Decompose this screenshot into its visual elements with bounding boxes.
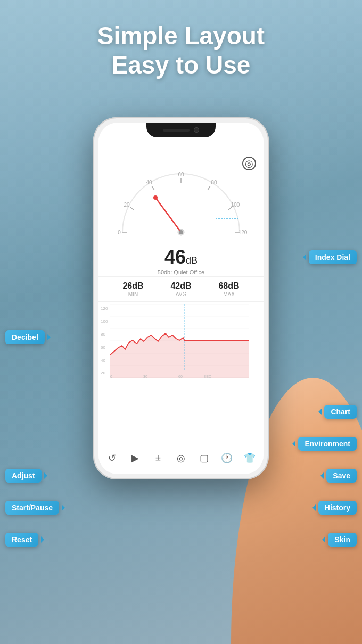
stat-max-label: MAX	[218, 291, 239, 297]
stat-min-label: MIN	[122, 291, 143, 297]
svg-text:60: 60	[178, 172, 184, 177]
svg-text:30: 30	[143, 374, 147, 378]
svg-text:40: 40	[146, 180, 152, 185]
y-label-120: 120	[101, 306, 108, 311]
history-button[interactable]: 🕐	[218, 450, 235, 467]
toolbar: ↺ ▶ ± ◎ ▢ 🕐 👕	[98, 445, 264, 474]
decibel-section: 46dB 50db: Quiet Office	[98, 244, 264, 276]
annotation-chart: Chart	[324, 405, 357, 419]
phone-notch	[146, 123, 216, 137]
chart-svg: 0 30 60 SEC	[110, 304, 249, 379]
stat-max-value: 68dB	[218, 281, 239, 291]
svg-text:20: 20	[124, 202, 130, 208]
annotation-save: Save	[326, 469, 357, 483]
svg-text:100: 100	[231, 202, 240, 208]
chart-section: 120 100 80 60 40 20	[98, 302, 264, 445]
settings-icon[interactable]	[242, 157, 256, 170]
stat-min: 26dB MIN	[122, 281, 143, 297]
annotation-environment: Environment	[298, 437, 357, 451]
chart-y-labels: 120 100 80 60 40 20	[101, 306, 108, 376]
svg-line-16	[155, 198, 181, 232]
stat-max: 68dB MAX	[218, 281, 239, 297]
header-line1: Simple Layout	[0, 21, 362, 51]
svg-text:120: 120	[238, 230, 248, 235]
decibel-sub: 50db: Quiet Office	[98, 269, 264, 275]
svg-text:80: 80	[211, 180, 217, 185]
target-button[interactable]: ◎	[172, 450, 190, 467]
play-button[interactable]: ▶	[127, 450, 144, 467]
gauge-section: 0 20 40 60 80	[98, 137, 264, 244]
reset-button[interactable]: ↺	[104, 450, 121, 467]
svg-point-17	[153, 195, 158, 200]
annotation-index-dial: Index Dial	[309, 250, 357, 264]
annotation-reset: Reset	[5, 533, 38, 547]
svg-point-18	[179, 230, 183, 234]
phone-inner: 0 20 40 60 80	[98, 123, 264, 474]
phone-mockup: 0 20 40 60 80	[93, 117, 269, 479]
y-label-40: 40	[101, 358, 108, 363]
save-button[interactable]: ▢	[195, 450, 212, 467]
phone-shell: 0 20 40 60 80	[93, 117, 269, 479]
y-label-80: 80	[101, 332, 108, 337]
notch-camera	[194, 127, 199, 133]
y-label-20: 20	[101, 371, 108, 376]
app-screen: 0 20 40 60 80	[98, 137, 264, 474]
stat-min-value: 26dB	[122, 281, 143, 291]
header-line2: Easy to Use	[0, 51, 362, 80]
annotation-skin: Skin	[328, 533, 357, 547]
gauge-svg: 0 20 40 60 80	[112, 158, 250, 243]
notch-speaker	[163, 129, 190, 132]
svg-line-2	[130, 207, 134, 210]
annotation-history: History	[318, 501, 357, 515]
decibel-display: 46dB	[98, 246, 264, 268]
annotation-adjust: Adjust	[5, 469, 42, 483]
stat-avg: 42dB AVG	[170, 281, 191, 297]
y-label-100: 100	[101, 319, 108, 324]
annotation-decibel: Decibel	[5, 330, 45, 344]
header-section: Simple Layout Easy to Use	[0, 21, 362, 80]
svg-line-8	[208, 186, 210, 190]
stat-avg-value: 42dB	[170, 281, 191, 291]
stats-row: 26dB MIN 42dB AVG 68dB MAX	[98, 276, 264, 302]
adjust-button[interactable]: ±	[150, 450, 167, 467]
decibel-value: 46	[164, 246, 186, 268]
annotation-start-pause: Start/Pause	[5, 501, 59, 515]
svg-text:0: 0	[110, 374, 112, 378]
stat-avg-label: AVG	[170, 291, 191, 297]
skin-button[interactable]: 👕	[241, 450, 258, 467]
settings-icon-wrap[interactable]	[242, 157, 256, 170]
svg-line-4	[152, 186, 154, 190]
svg-text:0: 0	[118, 230, 121, 235]
y-label-60: 60	[101, 345, 108, 350]
decibel-unit: dB	[186, 255, 198, 266]
svg-text:SEC: SEC	[204, 374, 211, 378]
svg-text:60: 60	[178, 374, 183, 378]
